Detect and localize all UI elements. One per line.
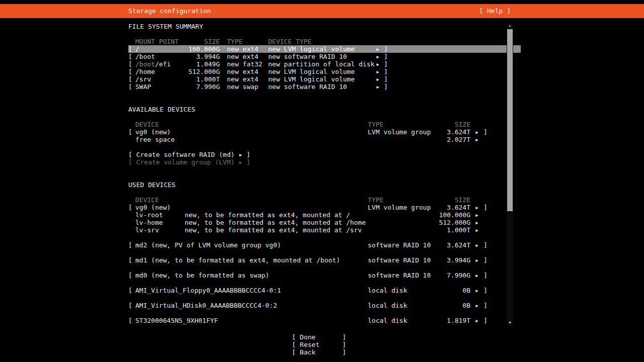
- bracket-open: [: [292, 333, 296, 341]
- device-name: AMI_Virtual_Floppy0_AAAABBBBCCCC4-0:1: [135, 287, 368, 294]
- fs-row[interactable]: [/100.000Gnew ext4new LVM logical volume…: [128, 45, 521, 53]
- expand-arrow-icon: ▸: [470, 287, 484, 294]
- button-label: Reset: [300, 341, 319, 348]
- bracket-open: [: [128, 272, 135, 279]
- bracket-close: ]: [484, 317, 488, 324]
- installer-screen: { "glyphs": { "bracket_open": "[", "brac…: [0, 0, 644, 362]
- device-kind: [368, 136, 433, 143]
- fs-type: new ext4: [227, 45, 268, 53]
- fs-row[interactable]: [/boot3.994Gnew ext4new software RAID 10…: [128, 53, 521, 60]
- mount-point: /home: [135, 68, 188, 75]
- size-value: 3.994G: [188, 53, 220, 60]
- device-name: vg0 (new): [135, 128, 368, 136]
- device-kind: [368, 219, 433, 226]
- device-kind: local disk: [368, 302, 433, 309]
- expand-arrow-icon: ▸: [470, 226, 484, 234]
- fs-row[interactable]: [/home512.000Gnew ext4new LVM logical vo…: [128, 68, 521, 75]
- device-type: new LVM logical volume: [268, 68, 376, 75]
- bracket-close: ]: [484, 241, 488, 249]
- used-table-header: DEVICE TYPE SIZE: [128, 196, 521, 204]
- volume-desc: new, to be formatted as ext4, mounted at…: [185, 211, 350, 219]
- expand-arrow-icon: ▸: [470, 128, 484, 136]
- create-software-raid-button[interactable]: [ Create software RAID (md) ▸ ]: [128, 151, 521, 158]
- fs-row[interactable]: [/boot/efi1.049Gnew fat32new partition o…: [128, 60, 521, 68]
- col-size: SIZE: [433, 196, 470, 204]
- device-kind: LVM volume group: [368, 128, 433, 136]
- expand-arrow-icon: ▸: [470, 272, 484, 279]
- bracket-open: [: [128, 241, 135, 249]
- device-subrow[interactable]: lv-homenew, to be formatted as ext4, mou…: [128, 219, 521, 226]
- bracket-close: ]: [484, 302, 488, 309]
- bracket-close: ]: [484, 272, 488, 279]
- device-row[interactable]: [AMI_Virtual_HDisk0_AAAABBBBCCCC4-0:2loc…: [128, 302, 521, 309]
- create-volume-group-button: [ Create volume group (LVM) ▸ ]: [128, 158, 521, 166]
- device-type: new software RAID 10: [268, 53, 376, 60]
- help-button[interactable]: [ Help ]: [479, 7, 511, 15]
- fs-row[interactable]: [SWAP7.990Gnew swapnew software RAID 10▸…: [128, 83, 521, 90]
- scrollbar-thumb[interactable]: [507, 29, 513, 211]
- mount-prefix: /boot: [135, 60, 155, 68]
- size-value: 3.624T: [433, 241, 470, 249]
- expand-arrow-icon: ▸: [376, 75, 384, 83]
- bracket-open: [: [128, 128, 135, 136]
- fs-type: new fat32: [227, 60, 268, 68]
- bracket-open: [: [128, 45, 135, 53]
- used-table-body: [vg0 (new)LVM volume group3.624T▸]lv-roo…: [128, 204, 521, 324]
- fs-row[interactable]: [/srv1.000Tnew ext4new LVM logical volum…: [128, 75, 521, 83]
- volume-desc: new, to be formatted as ext4, mounted at…: [185, 226, 362, 234]
- button-label: Done: [300, 333, 315, 341]
- scroll-up-icon[interactable]: ▴: [507, 23, 513, 29]
- size-value: 0B: [433, 287, 470, 294]
- col-device: DEVICE: [135, 121, 368, 128]
- expand-arrow-icon: ▸: [470, 211, 484, 219]
- bracket-close: ]: [484, 287, 488, 294]
- mount-point: /srv: [135, 75, 188, 83]
- back-button[interactable]: [Back]: [292, 348, 346, 356]
- scroll-down-icon[interactable]: ▾: [507, 320, 513, 326]
- bracket-close: ]: [384, 75, 388, 83]
- bracket-close: ]: [342, 333, 346, 341]
- device-row[interactable]: [ST32000645NS_9XH01FYFlocal disk1.819T▸]: [128, 317, 521, 324]
- device-row[interactable]: [AMI_Virtual_Floppy0_AAAABBBBCCCC4-0:1lo…: [128, 287, 521, 294]
- device-subrow[interactable]: free space2.027T▸: [128, 136, 521, 143]
- device-name: vg0 (new): [135, 204, 368, 211]
- scrollbar[interactable]: ▴ ▾: [507, 23, 513, 326]
- expand-arrow-icon: ▸: [470, 302, 484, 309]
- device-row[interactable]: [vg0 (new)LVM volume group3.624T▸]: [128, 128, 521, 136]
- device-row[interactable]: [vg0 (new)LVM volume group3.624T▸]: [128, 204, 521, 211]
- fs-type: new ext4: [227, 75, 268, 83]
- device-subrow[interactable]: lv-srvnew, to be formatted as ext4, moun…: [128, 226, 521, 234]
- device-kind: [368, 211, 433, 219]
- fs-table-header: MOUNT POINT SIZE TYPE DEVICE TYPE: [128, 38, 521, 45]
- device-row[interactable]: [md0 (new, to be formatted as swap)softw…: [128, 272, 521, 279]
- device-name: ST32000645NS_9XH01FYF: [135, 317, 368, 324]
- col-type: TYPE: [368, 121, 433, 128]
- expand-arrow-icon: ▸: [470, 136, 484, 143]
- expand-arrow-icon: ▸: [376, 68, 384, 75]
- page-title: Storage configuration: [128, 7, 211, 15]
- bracket-open: [: [128, 53, 135, 60]
- size-value: 3.994G: [433, 256, 470, 264]
- done-button[interactable]: [Done]: [292, 333, 346, 341]
- device-name: free space: [135, 136, 368, 143]
- device-row[interactable]: [md1 (new, to be formatted as ext4, moun…: [128, 256, 521, 264]
- bracket-open: [: [128, 60, 135, 68]
- reset-button[interactable]: [Reset]: [292, 341, 346, 348]
- fs-table-body: [/100.000Gnew ext4new LVM logical volume…: [128, 45, 521, 90]
- device-name: md2 (new, PV of LVM volume group vg0): [135, 241, 368, 249]
- available-devices-heading: AVAILABLE DEVICES: [128, 106, 521, 113]
- expand-arrow-icon: ▸: [376, 60, 384, 68]
- bracket-open: [: [128, 287, 135, 294]
- fs-type: new swap: [227, 83, 268, 90]
- title-bar: Storage configuration [ Help ]: [0, 4, 644, 18]
- device-row[interactable]: [md2 (new, PV of LVM volume group vg0)so…: [128, 241, 521, 249]
- size-value: 512.000G: [188, 68, 220, 75]
- col-device-type: DEVICE TYPE: [268, 38, 376, 45]
- bracket-close: ]: [384, 53, 388, 60]
- size-value: 3.624T: [433, 128, 470, 136]
- fs-type: new ext4: [227, 53, 268, 60]
- device-name: AMI_Virtual_HDisk0_AAAABBBBCCCC4-0:2: [135, 302, 368, 309]
- device-name: md0 (new, to be formatted as swap): [135, 272, 368, 279]
- device-subrow[interactable]: lv-rootnew, to be formatted as ext4, mou…: [128, 211, 521, 219]
- size-value: 100.000G: [433, 211, 470, 219]
